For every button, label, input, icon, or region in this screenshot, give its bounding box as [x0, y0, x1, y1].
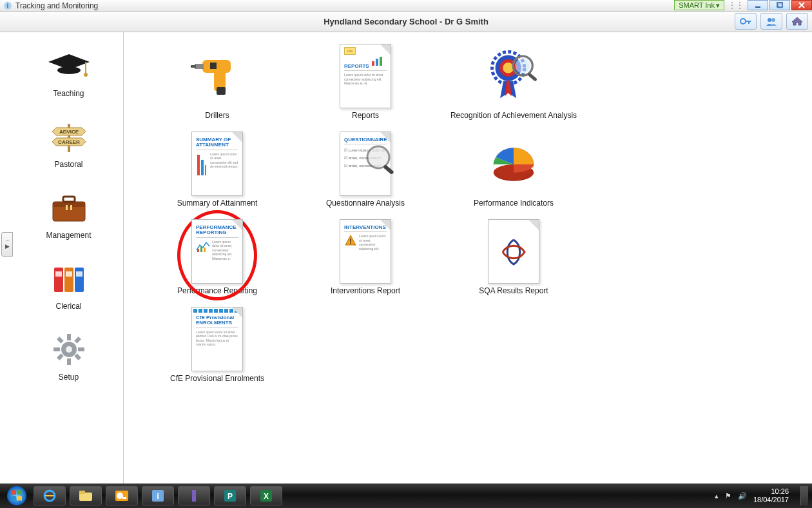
doc-lines: Lorem ipsum dolor sit amet, consectetur …	[344, 73, 387, 86]
svg-rect-22	[63, 197, 75, 202]
svg-point-57	[516, 58, 530, 73]
card-label: Reports	[352, 111, 379, 120]
show-desktop-button[interactable]	[800, 486, 808, 505]
card-drillers[interactable]: Drillers	[143, 44, 291, 120]
card-label: Performance Reporting	[177, 286, 257, 295]
svg-rect-30	[76, 271, 82, 277]
taskbar-app-explorer[interactable]	[70, 486, 102, 505]
minimize-button[interactable]	[748, 0, 768, 10]
card-summary-attainment[interactable]: SUMMARY OF ATTAINMENT Lorem ipsum dolor …	[143, 132, 291, 208]
svg-point-40	[66, 346, 72, 353]
svg-rect-39	[57, 353, 64, 360]
folder-icon	[79, 490, 93, 502]
grip-dots-icon: ⋯	[5, 240, 10, 242]
card-reports[interactable]: £400 REPORTS Lorem ipsum dolor sit amet,…	[291, 44, 440, 120]
sqa-logo-icon	[484, 219, 543, 284]
card-label: Recognition of Achievement Analysis	[450, 111, 577, 120]
card-performance-reporting[interactable]: PERFORMANCE REPORTING Lorem ipsum dolor …	[143, 219, 291, 295]
app-header: Hyndland Secondary School - Dr G Smith	[0, 12, 812, 32]
tray-clock[interactable]: 10:26 18/04/2017	[753, 487, 789, 504]
card-performance-indicators[interactable]: Performance Indicators	[440, 132, 588, 208]
svg-point-53	[503, 63, 514, 73]
header-toolbar	[735, 13, 808, 30]
svg-rect-28	[55, 271, 62, 277]
sidebar-item-label: Management	[46, 231, 91, 240]
taskbar-app-excel[interactable]: X	[250, 486, 282, 505]
document-magnifier-icon: QUESTIONNAIRE ☑ Lorem ipsum dolor sit ☑ …	[336, 132, 395, 196]
sidebar-item-setup[interactable]: Setup	[14, 329, 123, 382]
drag-grip-icon: ⋮⋮	[726, 0, 746, 10]
doc-lines: Lorem ipsum dolor sit amet consectetur e…	[210, 152, 238, 178]
card-cfe-enrolments[interactable]: CfE Provisional ENROLMENTS Lorem ipsum d…	[143, 307, 291, 383]
mortarboard-icon	[43, 45, 95, 86]
taskbar-app-tracking[interactable]: i	[142, 486, 174, 505]
svg-rect-1	[777, 3, 782, 7]
tray-date: 18/04/2017	[753, 496, 789, 504]
svg-rect-32	[67, 334, 71, 340]
sidebar-item-clerical[interactable]: Clerical	[14, 258, 123, 311]
svg-point-5	[740, 19, 746, 24]
tray-chevron-icon[interactable]: ▴	[715, 492, 719, 500]
header-button-users[interactable]	[760, 13, 782, 30]
svg-rect-63	[383, 164, 394, 175]
card-grid: Drillers £400 REPORTS Lorem ipsum dolor …	[143, 44, 793, 383]
info-app-icon: i	[151, 489, 164, 502]
svg-rect-67	[200, 246, 202, 252]
excel-icon: X	[260, 489, 273, 502]
svg-text:P: P	[227, 492, 233, 501]
svg-text:CAREER: CAREER	[58, 139, 80, 145]
svg-rect-66	[197, 249, 199, 252]
card-sqa-results[interactable]: SQA Results Report	[440, 219, 588, 295]
taskbar-app-unknown[interactable]	[178, 486, 210, 505]
sidebar-item-label: Setup	[59, 373, 79, 382]
svg-rect-26	[64, 268, 73, 292]
drill-icon	[188, 44, 247, 108]
svg-rect-45	[210, 63, 217, 69]
close-button[interactable]	[791, 0, 812, 10]
svg-rect-33	[67, 358, 71, 365]
svg-point-14	[84, 73, 88, 77]
document-warning-icon: INTERVENTIONS ! Lorem ipsum dolor sit am…	[336, 219, 395, 284]
maximize-button[interactable]	[769, 0, 790, 10]
card-interventions-report[interactable]: INTERVENTIONS ! Lorem ipsum dolor sit am…	[291, 219, 440, 295]
document-icon: £400 REPORTS Lorem ipsum dolor sit amet,…	[336, 44, 395, 108]
header-title: Hyndland Secondary School - Dr G Smith	[324, 17, 488, 26]
svg-rect-24	[70, 205, 72, 210]
card-label: SQA Results Report	[479, 286, 548, 295]
close-icon	[798, 2, 805, 8]
rosette-magnifier-icon	[484, 44, 543, 108]
home-icon	[791, 16, 804, 26]
svg-rect-48	[376, 59, 378, 66]
tray-flag-icon[interactable]: ⚑	[725, 492, 731, 500]
svg-rect-23	[66, 205, 68, 210]
taskbar-app-publisher[interactable]: P	[214, 486, 246, 505]
card-questionnaire-analysis[interactable]: QUESTIONNAIRE ☑ Lorem ipsum dolor sit ☑ …	[291, 132, 440, 208]
purple-app-icon	[189, 489, 199, 503]
taskbar-app-ie[interactable]	[34, 486, 66, 505]
smart-ink-badge[interactable]: SMART Ink ▾	[674, 0, 724, 10]
svg-rect-34	[53, 347, 60, 351]
smart-ink-label: SMART Ink	[679, 1, 715, 9]
ie-icon	[43, 489, 57, 503]
svg-marker-10	[792, 17, 802, 25]
header-button-home[interactable]	[786, 13, 808, 30]
chevron-right-icon: ▶	[5, 243, 10, 249]
taskbar-app-outlook[interactable]	[106, 486, 138, 505]
card-recognition-achievement[interactable]: Recognition of Achievement Analysis	[440, 44, 588, 120]
tray-volume-icon[interactable]: 🔊	[738, 492, 747, 500]
svg-point-62	[367, 146, 389, 168]
document-icon: CfE Provisional ENROLMENTS Lorem ipsum d…	[188, 307, 247, 371]
svg-point-8	[768, 18, 771, 22]
doc-lines: Lorem ipsum dolor sit amet partitur. Dui…	[196, 330, 238, 347]
tray-time: 10:26	[753, 487, 789, 496]
svg-rect-58	[527, 72, 537, 82]
svg-text:ADVICE: ADVICE	[59, 129, 79, 135]
users-icon	[765, 16, 778, 26]
sidebar-expand-tab[interactable]: ⋯ ▶	[1, 232, 13, 257]
header-button-key[interactable]	[735, 13, 757, 30]
sidebar-item-teaching[interactable]: Teaching	[14, 45, 123, 98]
start-button[interactable]	[4, 485, 30, 506]
doc-lines: Lorem ipsum dolor sit amet, consectetur …	[212, 240, 238, 261]
sidebar-item-management[interactable]: Management	[14, 187, 123, 240]
sidebar-item-pastoral[interactable]: ADVICE CAREER Pastoral	[14, 116, 123, 169]
